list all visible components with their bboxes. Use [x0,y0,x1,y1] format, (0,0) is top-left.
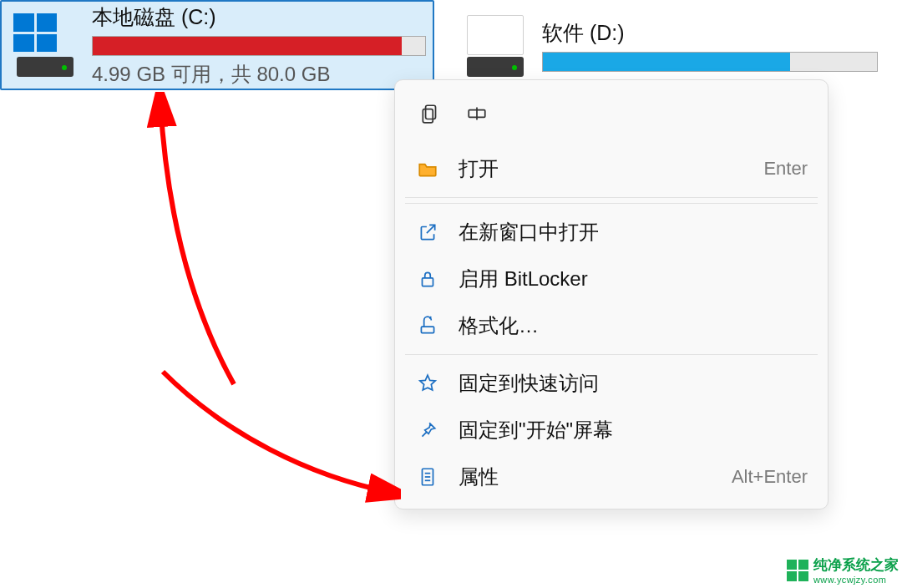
watermark-logo-icon [787,560,808,581]
menu-item[interactable]: 在新窗口中打开 [395,209,828,256]
drive-title: 软件 (D:) [542,19,878,47]
drive-icon [8,13,82,77]
menu-item[interactable]: 固定到快速访问 [395,360,828,407]
menu-item-label: 固定到快速访问 [459,370,808,397]
watermark-title: 纯净系统之家 [813,555,899,575]
drive-icon [459,13,532,77]
star-icon [415,371,440,396]
menu-item[interactable]: 打开Enter [395,145,828,192]
properties-icon [415,464,440,489]
menu-item-shortcut: Enter [763,158,808,180]
menu-item-label: 格式化… [459,312,808,339]
menu-divider [405,354,818,355]
menu-item-shortcut: Alt+Enter [732,466,808,488]
menu-item[interactable]: 启用 BitLocker [395,256,828,302]
menu-item[interactable]: 固定到"开始"屏幕 [395,407,828,454]
menu-item[interactable]: 属性Alt+Enter [395,454,828,500]
format-icon [415,313,440,338]
menu-item-label: 打开 [459,155,745,182]
menu-divider [405,203,818,204]
copy-icon[interactable] [410,94,450,134]
menu-item-label: 固定到"开始"屏幕 [459,417,808,444]
drive-card[interactable]: 本地磁盘 (C:)4.99 GB 可用，共 80.0 GB [0,0,434,90]
external-icon [415,220,440,245]
rename-icon[interactable] [457,94,497,134]
menu-divider [405,197,818,198]
svg-rect-0 [426,105,436,119]
watermark: 纯净系统之家 www.ycwjzy.com [787,555,899,585]
drive-context-menu: 打开Enter在新窗口中打开启用 BitLocker格式化…固定到快速访问固定到… [394,79,829,509]
drive-subtitle: 4.99 GB 可用，共 80.0 GB [92,61,426,88]
annotation-arrow-up [142,92,251,393]
bitlocker-icon [415,266,440,291]
folder-icon [415,156,440,181]
menu-item-label: 属性 [459,464,713,490]
svg-rect-4 [423,278,433,286]
annotation-arrow-down [159,368,401,509]
menu-item-label: 在新窗口中打开 [459,219,808,246]
svg-rect-1 [423,109,433,123]
drive-card[interactable]: 软件 (D:) [451,0,885,90]
menu-item[interactable]: 格式化… [395,302,828,349]
drive-title: 本地磁盘 (C:) [92,3,426,31]
drive-usage-bar [92,36,426,56]
watermark-url: www.ycwjzy.com [813,575,899,585]
menu-item-label: 启用 BitLocker [459,266,808,292]
svg-rect-5 [421,327,433,333]
drive-usage-bar [542,52,878,72]
pin-icon [415,418,440,443]
